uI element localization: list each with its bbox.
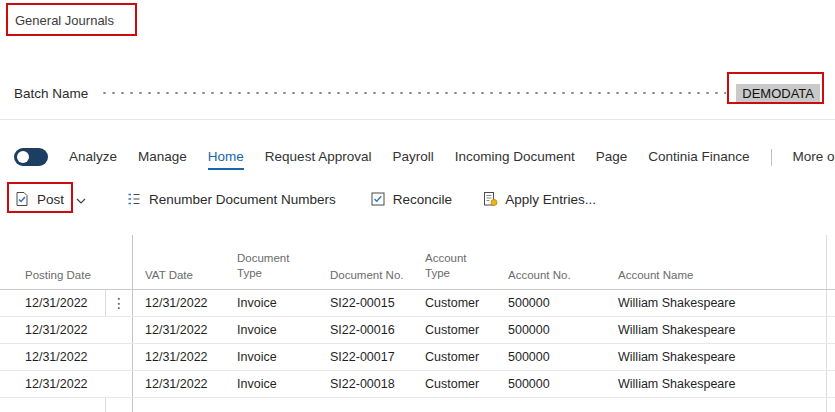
tab-incoming-document[interactable]: Incoming Document xyxy=(455,144,575,170)
column-header-document-no[interactable]: Document No. xyxy=(322,235,416,289)
document-type-cell[interactable]: Invoice xyxy=(228,344,322,370)
row-menu-cell xyxy=(105,371,133,397)
document-no-cell[interactable]: SI22-00017 xyxy=(322,344,416,370)
posting-date-cell[interactable]: 12/31/2022 xyxy=(0,290,105,316)
table-row[interactable]: 12/31/2022 ⋮ 12/31/2022 Invoice SI22-000… xyxy=(0,290,835,317)
tab-continia-finance[interactable]: Continia Finance xyxy=(648,144,749,170)
account-no-cell[interactable]: 500000 xyxy=(500,290,608,316)
tab-payroll[interactable]: Payroll xyxy=(392,144,433,170)
account-type-cell[interactable]: Customer xyxy=(416,344,500,370)
dotted-leader xyxy=(100,86,726,100)
column-header-account-type[interactable]: Account Type xyxy=(416,235,500,289)
post-dropdown-button[interactable] xyxy=(74,186,88,212)
renumber-icon xyxy=(126,191,142,207)
vat-date-cell[interactable]: 12/31/2022 xyxy=(133,317,228,343)
page-title: General Journals xyxy=(15,13,114,28)
partial-cell xyxy=(826,290,835,316)
account-type-cell[interactable]: Customer xyxy=(416,317,500,343)
column-header-document-type[interactable]: Document Type xyxy=(228,235,322,289)
table-row[interactable]: 12/31/2022 12/31/2022 Invoice SI22-00016… xyxy=(0,317,835,344)
partial-cell xyxy=(826,371,835,397)
journal-lines-table: Posting Date VAT Date Document Type Docu… xyxy=(0,235,835,412)
column-header-account-name[interactable]: Account Name xyxy=(608,235,826,289)
tab-manage[interactable]: Manage xyxy=(138,144,187,170)
action-bar: Post Renumber Document Numbers Reconcile… xyxy=(14,185,596,213)
account-name-cell[interactable]: William Shakespeare xyxy=(608,290,826,316)
renumber-document-numbers-button[interactable]: Renumber Document Numbers xyxy=(126,191,336,207)
row-menu-cell xyxy=(105,344,133,370)
table-row-partial xyxy=(0,398,835,412)
analyze-label[interactable]: Analyze xyxy=(69,144,117,170)
posting-date-cell[interactable]: 12/31/2022 xyxy=(0,371,105,397)
vat-date-cell[interactable]: 12/31/2022 xyxy=(133,344,228,370)
section-divider xyxy=(0,119,835,120)
account-no-cell[interactable]: 500000 xyxy=(500,344,608,370)
document-no-cell[interactable]: SI22-00015 xyxy=(322,290,416,316)
row-menu-cell: ⋮ xyxy=(105,290,133,316)
analyze-toggle[interactable] xyxy=(14,148,48,166)
tab-page[interactable]: Page xyxy=(596,144,628,170)
batch-name-value[interactable]: DEMODATA xyxy=(736,84,820,103)
account-name-cell[interactable]: William Shakespeare xyxy=(608,371,826,397)
column-header-account-no[interactable]: Account No. xyxy=(500,235,608,289)
row-menu-cell xyxy=(105,317,133,343)
post-label: Post xyxy=(37,192,64,207)
document-no-cell[interactable]: SI22-00018 xyxy=(322,371,416,397)
account-no-cell[interactable]: 500000 xyxy=(500,317,608,343)
partial-cell xyxy=(826,344,835,370)
account-name-cell[interactable]: William Shakespeare xyxy=(608,344,826,370)
partial-cell xyxy=(826,317,835,343)
toggle-knob-icon xyxy=(17,151,29,163)
column-header-vat-date[interactable]: VAT Date xyxy=(133,235,228,289)
account-type-cell[interactable]: Customer xyxy=(416,290,500,316)
more-options-button[interactable]: More options xyxy=(793,144,835,170)
vat-date-cell[interactable]: 12/31/2022 xyxy=(133,371,228,397)
document-type-cell[interactable]: Invoice xyxy=(228,371,322,397)
column-header-posting-date[interactable]: Posting Date xyxy=(0,235,105,289)
chevron-down-icon xyxy=(76,190,86,208)
apply-entries-icon xyxy=(482,191,498,207)
account-type-cell[interactable]: Customer xyxy=(416,371,500,397)
tab-request-approval[interactable]: Request Approval xyxy=(265,144,372,170)
reconcile-label: Reconcile xyxy=(393,192,452,207)
table-row[interactable]: 12/31/2022 12/31/2022 Invoice SI22-00018… xyxy=(0,371,835,398)
vat-date-cell[interactable]: 12/31/2022 xyxy=(133,290,228,316)
batch-name-label: Batch Name xyxy=(14,86,88,101)
ribbon-menu: Analyze Manage Home Request Approval Pay… xyxy=(14,142,835,172)
batch-name-field: Batch Name DEMODATA xyxy=(14,82,835,104)
posting-date-cell[interactable]: 12/31/2022 xyxy=(0,344,105,370)
apply-entries-button[interactable]: Apply Entries... xyxy=(482,191,596,207)
document-no-cell[interactable]: SI22-00016 xyxy=(322,317,416,343)
renumber-label: Renumber Document Numbers xyxy=(149,192,336,207)
column-header-partial xyxy=(826,235,835,289)
post-icon xyxy=(14,191,30,207)
row-options-button[interactable]: ⋮ xyxy=(112,296,126,310)
reconcile-icon xyxy=(370,191,386,207)
apply-entries-label: Apply Entries... xyxy=(505,192,596,207)
table-row[interactable]: 12/31/2022 12/31/2022 Invoice SI22-00017… xyxy=(0,344,835,371)
account-no-cell[interactable]: 500000 xyxy=(500,371,608,397)
document-type-cell[interactable]: Invoice xyxy=(228,317,322,343)
tab-home[interactable]: Home xyxy=(208,144,244,170)
post-button[interactable]: Post xyxy=(14,191,64,207)
menu-divider xyxy=(771,149,772,166)
table-header-row: Posting Date VAT Date Document Type Docu… xyxy=(0,235,835,290)
posting-date-cell[interactable]: 12/31/2022 xyxy=(0,317,105,343)
account-name-cell[interactable]: William Shakespeare xyxy=(608,317,826,343)
column-header-row-menu xyxy=(105,235,133,289)
reconcile-button[interactable]: Reconcile xyxy=(370,191,452,207)
document-type-cell[interactable]: Invoice xyxy=(228,290,322,316)
